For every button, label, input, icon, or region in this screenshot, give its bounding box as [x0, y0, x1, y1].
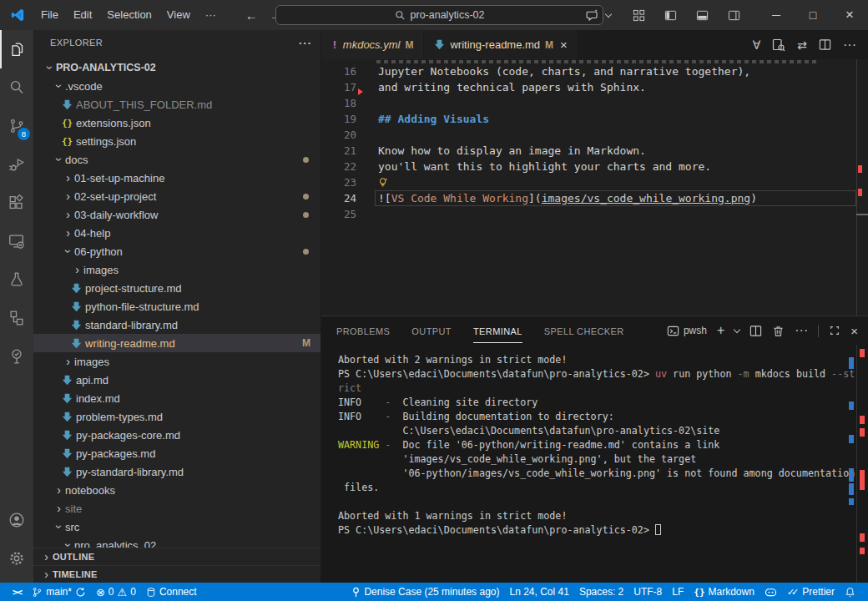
tree-item-settings.json[interactable]: {}settings.json [33, 132, 320, 150]
file-tree[interactable]: ›PRO-ANALYTICS-02›.vscodeABOUT_THIS_FOLD… [33, 55, 320, 548]
tree-item-03-daily-workflow[interactable]: ›03-daily-workflow [33, 205, 320, 224]
encoding-status[interactable]: UTF-8 [629, 583, 666, 601]
open-preview-icon[interactable] [772, 38, 785, 52]
code-editor[interactable]: 16Jupyter Notebooks (code, charts, and n… [321, 59, 868, 316]
tree-item-py-standard-library.md[interactable]: py-standard-library.md [33, 462, 320, 481]
tab-spell-checker[interactable]: SPELL CHECKER [544, 319, 624, 342]
code-line-18[interactable]: 18 [321, 95, 868, 111]
tree-item-images[interactable]: ›images [33, 260, 320, 279]
outline-section[interactable]: › OUTLINE [33, 548, 320, 565]
problems-status[interactable]: ⊗ 0 ⚠ 0 [92, 583, 140, 601]
copilot-status[interactable] [760, 583, 781, 601]
menu-edit[interactable]: Edit [66, 5, 99, 25]
tree-item-py-packages.md[interactable]: py-packages.md [33, 444, 320, 462]
new-terminal-button[interactable]: + [717, 323, 724, 338]
tree-item-writing-readme.md[interactable]: writing-readme.mdM [33, 334, 320, 352]
explorer-icon[interactable] [0, 30, 33, 68]
code-line-20[interactable]: 20 [321, 127, 868, 143]
open-changes-icon[interactable]: ⇄ [797, 38, 807, 52]
tree-item-04-help[interactable]: ›04-help [33, 224, 320, 242]
tree-item-notebooks[interactable]: ›notebooks [33, 481, 320, 499]
timeline-section[interactable]: › TIMELINE [33, 565, 320, 583]
maximize-button[interactable]: □ [795, 0, 831, 30]
close-panel-icon[interactable]: × [850, 324, 858, 338]
tree-item-project-structure.md[interactable]: project-structure.md [33, 279, 320, 297]
notifications-bell[interactable] [840, 583, 860, 601]
code-line-24[interactable]: 24![VS Code While Working](images/vs_cod… [321, 190, 868, 206]
customize-layout-icon[interactable] [626, 4, 651, 26]
source-control-icon[interactable]: 8 [0, 107, 33, 145]
tab-problems[interactable]: PROBLEMS [336, 319, 390, 342]
remote-explorer-icon[interactable] [0, 222, 33, 260]
code-line-16[interactable]: 16Jupyter Notebooks (code, charts, and n… [321, 63, 868, 79]
maximize-panel-icon[interactable] [829, 325, 840, 336]
tree-item-docs[interactable]: ›docs [33, 150, 320, 169]
close-button[interactable]: × [831, 0, 868, 30]
tree-check-icon[interactable] [0, 337, 33, 376]
tree-item-pro_analytics_02[interactable]: ›pro_analytics_02 [33, 536, 320, 548]
more-actions-icon[interactable]: ··· [795, 323, 808, 338]
code-line-25[interactable]: 25 [321, 206, 868, 222]
tree-item-01-set-up-machine[interactable]: ›01-set-up-machine [33, 169, 320, 187]
tree-item-problem-types.md[interactable]: problem-types.md [33, 407, 320, 426]
tree-item-api.md[interactable]: api.md [33, 371, 320, 389]
close-tab-icon[interactable]: × [560, 38, 568, 52]
accounts-icon[interactable] [0, 501, 33, 539]
forall-action-icon[interactable]: ∀ [753, 38, 761, 52]
connect-button[interactable]: Connect [142, 583, 201, 601]
chevron-down-icon[interactable] [734, 326, 740, 332]
menu-selection[interactable]: Selection [99, 5, 159, 25]
menu-view[interactable]: View [159, 5, 198, 25]
formatter-status[interactable]: ✓✓ Prettier [783, 583, 839, 601]
code-line-22[interactable]: 22you'll want this to highlight your cha… [321, 159, 868, 174]
tree-item-PRO-ANALYTICS-02[interactable]: ›PRO-ANALYTICS-02 [33, 58, 320, 77]
tree-item-index.md[interactable]: index.md [33, 389, 320, 407]
split-terminal-icon[interactable] [749, 325, 762, 337]
terminal-output[interactable]: Aborted with 2 warnings in strict mode!P… [321, 345, 868, 583]
copilot-chat-button[interactable] [579, 4, 611, 26]
toggle-secondary-sidebar-icon[interactable] [721, 4, 746, 26]
tab-terminal[interactable]: TERMINAL [473, 319, 522, 343]
shell-selector[interactable]: pwsh [667, 325, 707, 337]
explorer-more-actions[interactable]: ··· [299, 37, 312, 49]
tree-item-standard-library.md[interactable]: standard-library.md [33, 316, 320, 334]
indentation-status[interactable]: Spaces: 2 [575, 583, 628, 601]
minimize-button[interactable]: ─ [758, 0, 795, 30]
code-line-21[interactable]: 21Know how to display an image in Markdo… [321, 143, 868, 159]
settings-gear-icon[interactable] [0, 539, 33, 578]
tree-item-02-set-up-project[interactable]: ›02-set-up-project [33, 187, 320, 205]
menu-overflow[interactable]: ··· [198, 5, 224, 25]
tab-output[interactable]: OUTPUT [411, 319, 452, 342]
git-blame-status[interactable]: Denise Case (25 minutes ago) [347, 583, 503, 601]
tree-item-ABOUT_THIS_FOLDER.md[interactable]: ABOUT_THIS_FOLDER.md [33, 95, 320, 114]
command-center-search[interactable]: pro-analytics-02 [275, 5, 603, 25]
back-arrow-icon[interactable]: ← [245, 8, 258, 23]
tree-item-images[interactable]: ›images [33, 352, 320, 371]
cursor-position[interactable]: Ln 24, Col 41 [505, 583, 573, 601]
tree-item-06-python[interactable]: ›06-python [33, 242, 320, 260]
tab-mkdocs-yml[interactable]: ! mkdocs.yml M [321, 30, 424, 59]
tab-writing-readme-md[interactable]: writing-readme.md M × [424, 30, 578, 59]
tree-item-python-file-structure.md[interactable]: python-file-structure.md [33, 297, 320, 316]
more-actions-icon[interactable]: ··· [843, 38, 856, 53]
menu-file[interactable]: File [33, 5, 66, 25]
tree-item-src[interactable]: ›src [33, 518, 320, 536]
search-icon[interactable] [0, 68, 33, 107]
split-editor-icon[interactable] [819, 38, 831, 51]
remote-indicator[interactable]: >< [8, 583, 26, 601]
run-debug-icon[interactable] [0, 145, 33, 184]
eol-status[interactable]: LF [668, 583, 688, 601]
tree-item-site[interactable]: ›site [33, 499, 320, 518]
tree-item-py-packages-core.md[interactable]: py-packages-core.md [33, 426, 320, 444]
code-line-23[interactable]: 23 [321, 174, 868, 190]
tree-item-.vscode[interactable]: ›.vscode [33, 77, 320, 95]
kill-terminal-trash-icon[interactable] [772, 325, 785, 337]
database-projects-icon[interactable] [0, 299, 33, 337]
code-line-19[interactable]: 19## Adding Visuals [321, 111, 868, 127]
git-branch-status[interactable]: main* [28, 583, 90, 601]
language-mode[interactable]: {} Markdown [689, 583, 759, 601]
extensions-icon[interactable] [0, 184, 33, 222]
tree-item-extensions.json[interactable]: {}extensions.json [33, 114, 320, 132]
code-line-17[interactable]: 17and writing technical papers with Sphi… [321, 79, 868, 95]
toggle-panel-icon[interactable] [689, 4, 714, 26]
